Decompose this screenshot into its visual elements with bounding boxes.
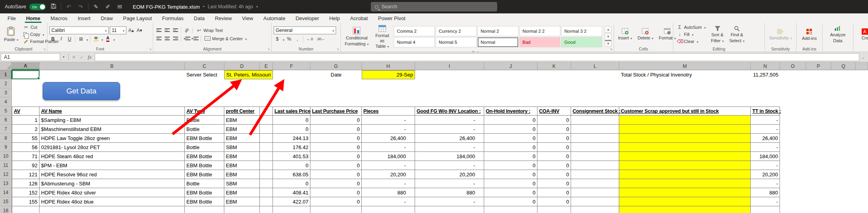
- column-header-G[interactable]: G: [310, 62, 362, 70]
- tab-page-layout[interactable]: Page Layout: [118, 13, 157, 23]
- cell-Q15[interactable]: [831, 197, 856, 206]
- row-header-11[interactable]: 11: [0, 161, 12, 170]
- cell-L3[interactable]: [571, 88, 619, 97]
- cell-N6[interactable]: -: [751, 116, 780, 125]
- cell-I14[interactable]: 880: [415, 188, 484, 197]
- cell-A13[interactable]: 126: [12, 179, 39, 188]
- cell-L5[interactable]: Consignment Stock :: [571, 106, 619, 116]
- cell-H15[interactable]: -: [362, 197, 415, 206]
- cell-G16[interactable]: [310, 206, 362, 213]
- underline-button[interactable]: U: [66, 36, 73, 43]
- cell-C16[interactable]: [185, 206, 224, 213]
- row-header-4[interactable]: 4: [0, 97, 12, 106]
- cell-J12[interactable]: 0: [484, 170, 537, 179]
- cell-N3[interactable]: [751, 88, 780, 97]
- cell-P2[interactable]: [806, 79, 831, 88]
- italic-button[interactable]: I: [58, 36, 65, 43]
- cell-B16[interactable]: [39, 206, 185, 213]
- cell-G15[interactable]: 0: [310, 197, 362, 206]
- cell-B1[interactable]: [39, 70, 185, 79]
- formula-bar-expand-icon[interactable]: ⌄: [859, 54, 867, 60]
- search-box[interactable]: Search: [371, 2, 497, 11]
- tab-power-pivot[interactable]: Power Pivot: [373, 13, 410, 23]
- get-data-button[interactable]: Get Data: [43, 82, 120, 100]
- cell-D10[interactable]: EBM: [224, 152, 260, 161]
- cell-E12[interactable]: [260, 170, 273, 179]
- style-normal-5[interactable]: Normal 5: [436, 37, 477, 47]
- cell-N14[interactable]: 880: [751, 188, 780, 197]
- cell-Q1[interactable]: [831, 70, 856, 79]
- tab-developer[interactable]: Developer: [290, 13, 324, 23]
- insert-function-icon[interactable]: fx: [86, 54, 94, 60]
- cell-D8[interactable]: EBM: [224, 134, 260, 143]
- cell-overflow-2[interactable]: [856, 79, 868, 88]
- cell-N7[interactable]: -: [751, 125, 780, 134]
- cell-F8[interactable]: 244.13: [273, 134, 310, 143]
- cell-J6[interactable]: 0: [484, 116, 537, 125]
- style-normal[interactable]: Normal: [477, 37, 519, 47]
- cell-J3[interactable]: [484, 88, 537, 97]
- formula-input[interactable]: [95, 53, 859, 61]
- cell-L10[interactable]: [571, 152, 619, 161]
- cell-I7[interactable]: -: [415, 125, 484, 134]
- cell-C1[interactable]: Server Select: [185, 70, 224, 79]
- cell-J7[interactable]: 0: [484, 125, 537, 134]
- cell-I1[interactable]: [415, 70, 484, 79]
- row-header-1[interactable]: 1: [0, 70, 12, 79]
- cell-E3[interactable]: [260, 88, 273, 97]
- cell-M10[interactable]: [619, 152, 751, 161]
- cell-N13[interactable]: -: [751, 179, 780, 188]
- cell-J1[interactable]: [484, 70, 537, 79]
- cell-F2[interactable]: [273, 79, 310, 88]
- cell-J2[interactable]: [484, 79, 537, 88]
- cell-B15[interactable]: HDPE Ridex 48oz blue: [39, 197, 185, 206]
- autosave-toggle[interactable]: On: [29, 4, 46, 10]
- cell-D12[interactable]: EBM: [224, 170, 260, 179]
- row-header-14[interactable]: 14: [0, 188, 12, 197]
- cell-E7[interactable]: [260, 125, 273, 134]
- decrease-font-size-icon[interactable]: A▾: [136, 27, 143, 34]
- cell-L16[interactable]: [571, 206, 619, 213]
- cell-C12[interactable]: EBM Bottle: [185, 170, 224, 179]
- cell-P14[interactable]: [806, 188, 831, 197]
- cell-Q12[interactable]: [831, 170, 856, 179]
- cell-K16[interactable]: [537, 206, 571, 213]
- delete-cells-button[interactable]: Delete: [636, 27, 656, 41]
- cell-F7[interactable]: 0: [273, 125, 310, 134]
- cell-O10[interactable]: [780, 152, 806, 161]
- cell-D14[interactable]: EBM: [224, 188, 260, 197]
- cell-I4[interactable]: [415, 97, 484, 106]
- cell-J10[interactable]: 0: [484, 152, 537, 161]
- tab-data[interactable]: Data: [189, 13, 210, 23]
- cell-C5[interactable]: AV Type: [185, 106, 224, 116]
- cell-G1[interactable]: Date: [310, 70, 362, 79]
- document-title[interactable]: EOM FG-PKG Template.xlsm: [133, 4, 200, 10]
- style-normal-2-2[interactable]: Normal 2 2: [519, 26, 560, 36]
- cell-N15[interactable]: -: [751, 197, 780, 206]
- cell-L11[interactable]: [571, 161, 619, 170]
- cell-A14[interactable]: 152: [12, 188, 39, 197]
- cell-C13[interactable]: Bottle: [185, 179, 224, 188]
- cell-J8[interactable]: 0: [484, 134, 537, 143]
- cell-I12[interactable]: 20,200: [415, 170, 484, 179]
- cell-K14[interactable]: 0: [537, 188, 571, 197]
- cell-I10[interactable]: 184,000: [415, 152, 484, 161]
- cell-E10[interactable]: [260, 152, 273, 161]
- tab-home[interactable]: Home: [21, 13, 45, 23]
- number-dialog-launcher[interactable]: ↘: [336, 47, 339, 51]
- cell-J13[interactable]: 0: [484, 179, 537, 188]
- column-header-K[interactable]: K: [537, 62, 571, 70]
- cell-Q8[interactable]: [831, 134, 856, 143]
- redo-icon[interactable]: ↷: [76, 4, 85, 10]
- row-header-12[interactable]: 12: [0, 170, 12, 179]
- cell-A9[interactable]: 56: [12, 143, 39, 152]
- cell-A6[interactable]: 1: [12, 116, 39, 125]
- cell-G7[interactable]: 0: [310, 125, 362, 134]
- cell-B5[interactable]: AV Name: [39, 106, 185, 116]
- cell-A2[interactable]: [12, 79, 39, 88]
- cell-O1[interactable]: [780, 70, 806, 79]
- name-box-dropdown-icon[interactable]: ▾: [60, 55, 67, 59]
- cell-J11[interactable]: 0: [484, 161, 537, 170]
- cell-P1[interactable]: [806, 70, 831, 79]
- tab-draw[interactable]: Draw: [96, 13, 118, 23]
